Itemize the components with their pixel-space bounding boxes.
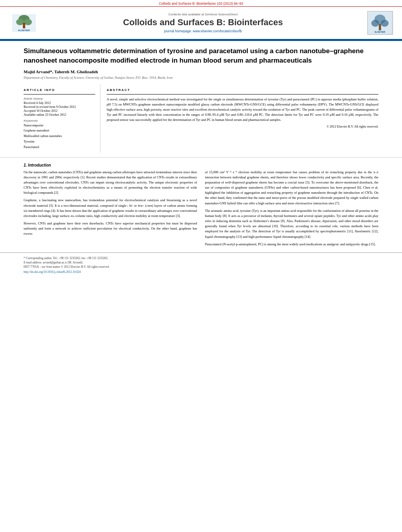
intro-body-text-right: of 15,000 cm² V⁻¹ s⁻¹ electron mobility …: [205, 170, 379, 247]
keyword-2: Graphene nanosheet: [24, 128, 95, 133]
intro-section-title: 1. Introduction: [24, 163, 197, 167]
journal-title: Colloids and Surfaces B: Biointerfaces: [46, 17, 360, 28]
keywords-block: Keywords: Nanocomposite Graphene nanoshe…: [24, 119, 95, 150]
svg-text:ELSEVIER: ELSEVIER: [374, 31, 385, 33]
keywords-label: Keywords:: [24, 119, 95, 122]
svg-rect-10: [379, 24, 381, 30]
abstract-divider: [107, 94, 378, 95]
journal-homepage: journal homepage: www.elsevier.com/locat…: [46, 29, 360, 33]
elsevier-logo-right: ELSEVIER: [364, 9, 396, 37]
history-label: Article history:: [24, 97, 95, 100]
intro-para-r3: Paracetamol (N-acetyl-p-aminophenol, PC)…: [205, 242, 379, 247]
article-info-column: ARTICLE INFO Article history: Received 4…: [24, 84, 100, 152]
received-date: Received 4 July 2012: [24, 101, 95, 105]
intro-body-text: On the nanoscale, carbon nanotubes (CNTs…: [24, 170, 197, 237]
abstract-header: ABSTRACT: [107, 88, 378, 92]
article-title: Simultaneous voltammetric determination …: [24, 46, 378, 65]
body-section: 1. Introduction On the nanoscale, carbon…: [0, 157, 402, 249]
keyword-4: Tyrosine: [24, 139, 95, 145]
intro-para-3: However, CNTs and graphene have their ow…: [24, 221, 197, 237]
sciverse-line: Contents lists available at SciVerse Sci…: [46, 13, 360, 16]
doi-text: http://dx.doi.org/10.1016/j.colsurfb.201…: [24, 270, 81, 274]
accepted-date: Accepted 10 October 2012: [24, 109, 95, 113]
author-names: Majid Arvand*, Tahereh M. Gholizadeh: [24, 69, 98, 74]
corresponding-text: * Corresponding author. Tel.: +98 131 32…: [24, 256, 108, 260]
svg-point-9: [381, 20, 389, 27]
journal-ref-text: Colloids and Surfaces B: Biointerfaces 1…: [159, 2, 243, 6]
intro-para-1: On the nanoscale, carbon nanotubes (CNTs…: [24, 170, 197, 196]
sciverse-text: Contents lists available at SciVerse Sci…: [168, 13, 237, 16]
body-left-col: 1. Introduction On the nanoscale, carbon…: [24, 163, 197, 249]
abstract-text: A novel, simple and selective electroche…: [107, 97, 378, 123]
svg-rect-4: [23, 23, 25, 28]
email-text: E-mail address: arvand@guilan.ac.ir (M. …: [24, 261, 83, 264]
homepage-label: journal homepage:: [164, 29, 192, 33]
elsevier-tree-icon: ELSEVIER: [12, 14, 36, 32]
keyword-1: Nanocomposite: [24, 123, 95, 128]
revised-date: Received in revised form 9 October 2012: [24, 105, 95, 109]
available-date: Available online 23 October 2012: [24, 113, 95, 117]
article-authors: Majid Arvand*, Tahereh M. Gholizadeh: [24, 69, 378, 74]
journal-logo-box: ELSEVIER: [367, 11, 393, 35]
copyright-line: © 2012 Elsevier B.V. All rights reserved…: [107, 125, 378, 128]
svg-text:ELSEVIER: ELSEVIER: [18, 29, 30, 32]
keyword-3: Multiwalled carbon nanotubes: [24, 134, 95, 139]
elsevier-logo-left: ELSEVIER: [6, 9, 42, 37]
journal-center: Contents lists available at SciVerse Sci…: [42, 13, 364, 33]
article-info-header: ARTICLE INFO: [24, 88, 95, 92]
homepage-url: www.elsevier.com/locate/colsurfb: [193, 29, 242, 33]
issn-footnote: 0927-7765/$ – see front matter © 2012 El…: [24, 265, 378, 269]
email-footnote: E-mail address: arvand@guilan.ac.ir (M. …: [24, 260, 378, 265]
body-two-col: 1. Introduction On the nanoscale, carbon…: [24, 163, 378, 249]
article-history-block: Article history: Received 4 July 2012 Re…: [24, 97, 95, 117]
article-info-abstract: ARTICLE INFO Article history: Received 4…: [0, 84, 402, 152]
svg-point-8: [371, 20, 379, 27]
article-title-section: Simultaneous voltammetric determination …: [0, 41, 402, 80]
intro-para-r2: The aromatic amino acid, tyrosine (Tyr),…: [205, 208, 379, 239]
issn-text: 0927-7765/$ – see front matter © 2012 El…: [24, 265, 109, 269]
body-right-col: of 15,000 cm² V⁻¹ s⁻¹ electron mobility …: [205, 163, 379, 249]
article-affiliation: Department of Chemistry, Faculty of Scie…: [24, 76, 378, 80]
footnote-section: * Corresponding author. Tel.: +98 131 32…: [0, 252, 402, 275]
journal-emblem-icon: ELSEVIER: [368, 12, 392, 34]
journal-header: ELSEVIER Contents lists available at Sci…: [0, 7, 402, 40]
keywords-list: Nanocomposite Graphene nanosheet Multiwa…: [24, 123, 95, 150]
intro-para-r1: of 15,000 cm² V⁻¹ s⁻¹ electron mobility …: [205, 170, 379, 206]
doi-line: http://dx.doi.org/10.1016/j.colsurfb.201…: [24, 270, 378, 274]
info-divider: [24, 94, 95, 95]
keyword-5: Paracetamol: [24, 145, 95, 150]
corresponding-footnote: * Corresponding author. Tel.: +98 131 32…: [24, 256, 378, 260]
abstract-column: ABSTRACT A novel, simple and selective e…: [107, 84, 378, 152]
intro-para-2: Graphene, a fascinating new nanocarbon, …: [24, 198, 197, 219]
journal-reference-bar: Colloids and Surfaces B: Biointerfaces 1…: [0, 0, 402, 7]
